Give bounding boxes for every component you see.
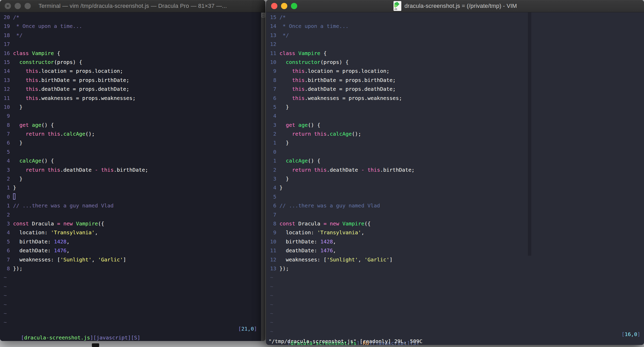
code-line[interactable]: 4 xyxy=(266,111,644,120)
code-line[interactable]: 3 return this.deathDate - this.birthDate… xyxy=(0,165,265,174)
code-line[interactable]: 0 xyxy=(0,192,265,201)
line-number: 17 xyxy=(4,40,10,49)
code-line[interactable]: 15 constructor(props) { xyxy=(0,58,265,67)
code-line[interactable]: 8 this.birthDate = props.birthDate; xyxy=(266,76,644,85)
text-segment: birthDate: xyxy=(279,238,320,245)
code-line[interactable]: 10 constructor(props) { xyxy=(266,58,644,67)
code-line[interactable]: 18 */ xyxy=(0,31,265,40)
code-line[interactable]: 8}); xyxy=(0,264,265,273)
code-line[interactable]: 5 birthDate: 1428, xyxy=(0,237,265,246)
line-number: 4 xyxy=(270,183,276,192)
zoom-button[interactable] xyxy=(25,3,31,9)
text-segment: location: xyxy=(13,229,51,236)
code-line[interactable]: 13 this.birthDate = props.birthDate; xyxy=(0,76,265,85)
empty-buffer-line: ~ xyxy=(266,282,644,291)
scrollbar[interactable] xyxy=(261,12,265,341)
text-segment: 'Sunlight' xyxy=(327,256,358,263)
code-line[interactable]: 19 * Once upon a time... xyxy=(0,22,265,31)
code-line[interactable]: 9 xyxy=(0,111,265,120)
code-line[interactable]: 20/* xyxy=(0,13,265,22)
code-line[interactable]: 14 this.location = props.location; xyxy=(0,67,265,75)
text-segment: ] xyxy=(137,334,140,341)
text-segment: this xyxy=(26,86,38,92)
code-line[interactable]: 8 get age() { xyxy=(0,121,265,129)
text-segment: ({ xyxy=(98,220,104,227)
terminal-titlebar[interactable]: Terminal — vim /tmp/dracula-screenshot.j… xyxy=(0,0,265,12)
code-line[interactable]: 11 deathDate: 1476, xyxy=(266,246,644,255)
text-segment xyxy=(311,131,314,137)
code-line[interactable]: 5 } xyxy=(266,103,644,111)
text-segment: * Once upon a time... xyxy=(13,23,82,29)
code-line[interactable]: 8const Dracula = new Vampire({ xyxy=(266,219,644,228)
text-segment: Vampire xyxy=(32,50,54,56)
code-line[interactable]: 5 xyxy=(266,192,644,201)
code-line[interactable]: 1// ...there was a guy named Vlad xyxy=(0,201,265,210)
code-line[interactable]: 10 birthDate: 1428, xyxy=(266,237,644,246)
code-line[interactable]: 13}); xyxy=(266,264,644,273)
code-line[interactable]: 6 deathDate: 1476, xyxy=(0,246,265,255)
code-line[interactable]: 0 xyxy=(266,147,644,156)
text-segment: */ xyxy=(13,32,22,38)
code-line[interactable]: 14 * Once upon a time... xyxy=(266,22,644,31)
code-line[interactable]: 3 } xyxy=(266,174,644,183)
text-segment: { xyxy=(54,50,60,56)
code-line[interactable]: 2 xyxy=(0,210,265,219)
text-segment xyxy=(311,167,314,173)
text-segment: } xyxy=(279,104,289,110)
code-line[interactable]: 3const Dracula = new Vampire({ xyxy=(0,219,265,228)
document-js-icon[interactable]: JS xyxy=(393,1,401,11)
line-number: 7 xyxy=(4,255,10,264)
code-line[interactable]: 4 location: 'Transylvania', xyxy=(0,228,265,237)
close-button[interactable] xyxy=(271,3,277,9)
close-button[interactable] xyxy=(5,3,11,9)
code-line[interactable]: 11 this.weaknesses = props.weaknesses; xyxy=(0,94,265,103)
code-line[interactable]: 2 return this.calcAge(); xyxy=(266,129,644,138)
line-number: 10 xyxy=(270,237,276,246)
code-line[interactable]: 6// ...there was a guy named Vlad xyxy=(266,201,644,210)
code-line[interactable]: 4 calcAge() { xyxy=(0,156,265,165)
code-line[interactable]: 9 location: 'Transylvania', xyxy=(266,228,644,237)
code-line[interactable]: 1} xyxy=(0,183,265,192)
text-segment xyxy=(279,77,292,83)
code-line[interactable]: 4} xyxy=(266,183,644,192)
text-segment: = xyxy=(324,220,327,227)
code-line[interactable]: 12 weaknesses: ['Sunlight', 'Garlic'] xyxy=(266,255,644,264)
code-line[interactable]: 7 xyxy=(266,210,644,219)
code-line[interactable]: 17 xyxy=(0,40,265,49)
code-line[interactable]: 6 } xyxy=(0,138,265,147)
code-line[interactable]: 15/* xyxy=(266,13,644,22)
code-line[interactable]: 9 this.location = props.location; xyxy=(266,67,644,75)
code-line[interactable]: 12 xyxy=(266,40,644,49)
code-line[interactable]: 10 } xyxy=(0,103,265,111)
macvim-titlebar[interactable]: JS dracula-screenshot.js = (/private/tmp… xyxy=(266,0,644,12)
text-segment: () { xyxy=(308,158,320,164)
code-line[interactable]: 2 } xyxy=(0,174,265,183)
code-line[interactable]: 2 return this.deathDate - this.birthDate… xyxy=(266,165,644,174)
code-line[interactable]: 5 xyxy=(0,147,265,156)
empty-buffer-line: ~ xyxy=(266,291,644,300)
left-buffer[interactable]: 20/*19 * Once upon a time...18 */1716cla… xyxy=(0,13,265,327)
code-line[interactable]: 13 */ xyxy=(266,31,644,40)
code-line[interactable]: 1 } xyxy=(266,138,644,147)
code-line[interactable]: 1 calcAge() { xyxy=(266,156,644,165)
text-segment: 1476 xyxy=(320,247,333,254)
text-segment: () { xyxy=(41,158,54,164)
line-number: 13 xyxy=(4,76,10,85)
code-line[interactable]: 7 this.deathDate = props.deathDate; xyxy=(266,85,644,93)
code-line[interactable]: 12 this.deathDate = props.deathDate; xyxy=(0,85,265,93)
minimize-button[interactable] xyxy=(15,3,21,9)
code-line[interactable]: 7 weaknesses: ['Sunlight', 'Garlic'] xyxy=(0,255,265,264)
text-segment: constructor xyxy=(19,59,54,65)
code-line[interactable]: 6 this.weaknesses = props.weaknesses; xyxy=(266,94,644,103)
code-line[interactable]: 16class Vampire { xyxy=(0,49,265,58)
text-segment: .birthDate = props.birthDate; xyxy=(305,77,396,83)
vim-cursor xyxy=(13,193,15,200)
split-pane-button[interactable] xyxy=(261,13,265,17)
code-line[interactable]: 11class Vampire { xyxy=(266,49,644,58)
text-segment: . xyxy=(60,131,63,137)
minimize-button[interactable] xyxy=(281,3,287,9)
code-line[interactable]: 7 return this.calcAge(); xyxy=(0,129,265,138)
right-buffer[interactable]: 15/*14 * Once upon a time...13 */1211cla… xyxy=(266,13,644,336)
zoom-button[interactable] xyxy=(291,3,297,9)
code-line[interactable]: 3 get age() { xyxy=(266,121,644,129)
